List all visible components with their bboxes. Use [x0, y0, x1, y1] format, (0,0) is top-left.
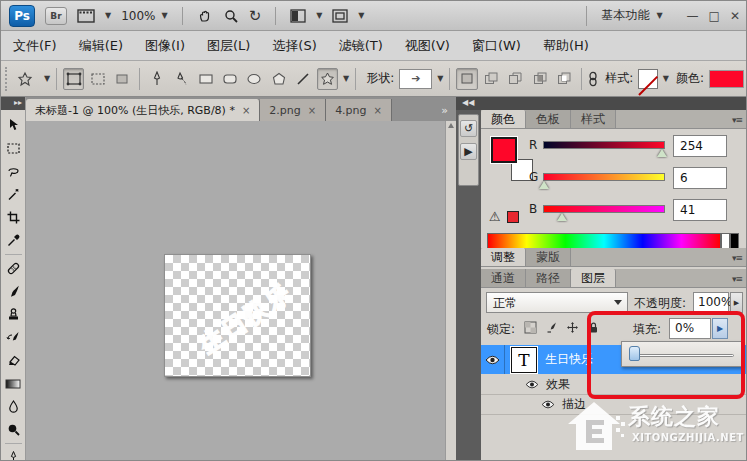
history-panel-icon[interactable]: ↺ — [460, 120, 477, 137]
rotate-view-icon[interactable]: ↻ — [249, 7, 262, 25]
menu-filter[interactable]: 滤镜(T) — [339, 37, 383, 55]
rectangle-tool-button[interactable] — [195, 68, 216, 90]
blur-tool-icon[interactable] — [3, 396, 24, 417]
brush-tool-icon[interactable] — [3, 281, 24, 302]
red-value-input[interactable]: 254 — [673, 135, 727, 157]
shape-layers-mode-button[interactable] — [63, 68, 84, 90]
launch-bridge-button[interactable]: Br — [45, 7, 67, 25]
tab-overflow-button[interactable]: » — [441, 104, 456, 121]
clone-stamp-tool-icon[interactable] — [3, 304, 24, 325]
hand-tool-icon[interactable] — [197, 8, 213, 24]
close-icon[interactable]: × — [374, 105, 382, 116]
color-spectrum-ramp[interactable] — [487, 233, 721, 249]
minimize-button[interactable]: — — [687, 9, 699, 23]
exclude-shapes-button[interactable] — [554, 68, 575, 90]
magic-wand-tool-icon[interactable] — [3, 184, 24, 205]
canvas-scrollbar[interactable] — [445, 121, 456, 461]
actions-panel-icon[interactable]: ▶ — [460, 143, 477, 160]
burn-tool-icon[interactable] — [3, 419, 24, 440]
eye-icon[interactable] — [525, 380, 539, 389]
tab-color[interactable]: 颜色 — [481, 110, 526, 128]
blue-slider[interactable] — [543, 205, 665, 213]
spectrum-white-swatch[interactable] — [721, 233, 730, 249]
fill-slider-thumb[interactable] — [629, 346, 640, 361]
tab-masks[interactable]: 蒙版 — [526, 248, 571, 266]
blue-value-input[interactable]: 41 — [673, 199, 727, 221]
menu-help[interactable]: 帮助(H) — [543, 37, 589, 55]
history-brush-tool-icon[interactable] — [3, 327, 24, 348]
document-tab-untitled[interactable]: 未标题-1 @ 100% (生日快乐, RGB/8) * × — [26, 99, 260, 121]
gamut-color-cube[interactable] — [507, 211, 519, 223]
fill-input[interactable]: 0% — [669, 318, 711, 339]
line-tool-button[interactable] — [292, 68, 313, 90]
combine-shapes-button[interactable] — [481, 68, 502, 90]
chevron-down-icon[interactable]: ▼ — [343, 74, 349, 83]
fill-pixels-mode-button[interactable] — [112, 68, 133, 90]
fill-slider-button[interactable]: ▶ — [712, 318, 728, 339]
maximize-button[interactable]: □ — [709, 9, 720, 23]
tool-preset-picker[interactable]: ▼ — [16, 71, 50, 87]
chevron-down-icon[interactable]: ▼ — [663, 74, 669, 83]
screen-mode-button[interactable]: ▼ — [332, 9, 364, 23]
view-extras-button[interactable]: ▼ — [77, 9, 111, 23]
text-layer-thumbnail[interactable]: T — [511, 347, 537, 373]
green-slider-thumb[interactable] — [539, 181, 549, 189]
polygon-tool-button[interactable] — [268, 68, 289, 90]
eyedropper-tool-icon[interactable] — [3, 230, 24, 251]
ellipse-tool-button[interactable] — [244, 68, 265, 90]
document-tab-4png[interactable]: 4.png × — [326, 99, 392, 121]
rounded-rectangle-tool-button[interactable] — [219, 68, 240, 90]
lock-transparency-icon[interactable] — [523, 320, 538, 335]
move-tool-icon[interactable] — [3, 115, 24, 136]
tab-layers[interactable]: 图层 — [571, 269, 616, 287]
menu-file[interactable]: 文件(F) — [13, 37, 57, 55]
eraser-tool-icon[interactable] — [3, 350, 24, 371]
red-slider-thumb[interactable] — [657, 149, 667, 157]
eye-icon[interactable] — [541, 400, 555, 409]
gradient-tool-icon[interactable] — [3, 373, 24, 394]
layer-visibility-cell[interactable] — [481, 345, 505, 374]
green-value-input[interactable]: 6 — [673, 167, 727, 189]
close-button[interactable]: ✕ — [730, 9, 740, 23]
gamut-warning-icon[interactable]: ⚠ — [489, 209, 501, 224]
tools-expand-button[interactable]: ▸▸ — [1, 97, 25, 110]
custom-shape-tool-button[interactable] — [317, 68, 338, 90]
opacity-slider-button[interactable]: ▶ — [730, 292, 743, 313]
zoom-level-dropdown[interactable]: 100% ▼ — [121, 9, 167, 23]
red-slider[interactable] — [543, 141, 665, 149]
menu-view[interactable]: 视图(V) — [405, 37, 450, 55]
close-icon[interactable]: × — [308, 105, 316, 116]
opacity-input[interactable]: 100% — [693, 292, 729, 313]
link-icon[interactable] — [588, 71, 598, 87]
add-to-shape-button[interactable] — [456, 68, 477, 90]
workspace-switcher[interactable]: 基本功能 ▼ — [586, 6, 662, 26]
blend-mode-select[interactable]: 正常 — [486, 292, 628, 313]
tab-swatches[interactable]: 色板 — [526, 110, 571, 128]
shape-color-swatch[interactable] — [709, 70, 744, 88]
arrange-documents-button[interactable]: ▼ — [290, 9, 322, 23]
close-icon[interactable]: × — [242, 105, 250, 116]
rectangular-marquee-tool-icon[interactable] — [3, 138, 24, 159]
crop-tool-icon[interactable] — [3, 207, 24, 228]
green-slider[interactable] — [543, 173, 665, 181]
lock-pixels-icon[interactable] — [544, 320, 559, 335]
paths-mode-button[interactable] — [87, 68, 108, 90]
layer-name[interactable]: 生日快乐 — [545, 351, 593, 368]
menu-layer[interactable]: 图层(L) — [207, 37, 250, 55]
layer-row-effects[interactable]: 效果 — [481, 374, 747, 395]
blue-slider-thumb[interactable] — [557, 213, 567, 221]
lock-all-icon[interactable] — [586, 320, 601, 335]
menu-image[interactable]: 图像(I) — [145, 37, 185, 55]
tab-paths[interactable]: 路径 — [526, 269, 571, 287]
canvas[interactable]: 生日快乐 — [164, 254, 311, 377]
subtract-shapes-button[interactable] — [505, 68, 526, 90]
panel-menu-icon[interactable]: ▾≡ — [732, 274, 747, 287]
tab-styles[interactable]: 样式 — [571, 110, 616, 128]
panel-menu-icon[interactable]: ▾≡ — [732, 115, 747, 128]
lasso-tool-icon[interactable] — [3, 161, 24, 182]
fill-slider-track[interactable] — [634, 354, 734, 357]
spectrum-black-swatch[interactable] — [730, 233, 739, 249]
intersect-shapes-button[interactable] — [530, 68, 551, 90]
spot-healing-brush-tool-icon[interactable] — [3, 258, 24, 279]
style-none-swatch[interactable] — [638, 69, 657, 89]
